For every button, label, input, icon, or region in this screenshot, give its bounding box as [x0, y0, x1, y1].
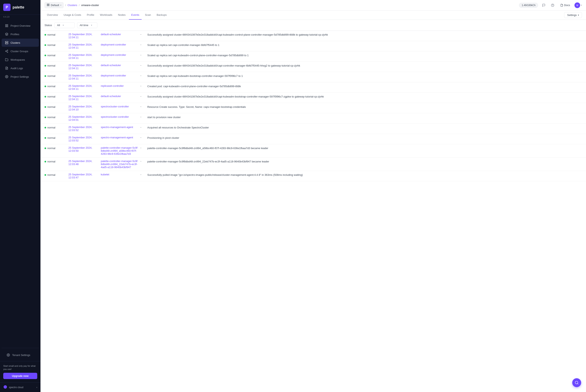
sidebar-item-project-settings[interactable]: Project Settings: [2, 72, 39, 81]
event-source[interactable]: palette-controller-manager-5c9f8dbd48-zn…: [99, 146, 140, 155]
sidebar-item-label: Profiles: [11, 33, 19, 36]
chat-fab[interactable]: [572, 378, 581, 387]
help-icon[interactable]: [549, 2, 556, 8]
event-message: Created pod: capi-kubeadm-control-plane-…: [146, 84, 582, 88]
event-date: 25 September 2024, 12:04:11: [67, 84, 99, 90]
event-row: normal 25 September 2024, 12:04:11 deplo…: [41, 41, 586, 52]
sidebar-item-profiles[interactable]: Profiles: [2, 30, 39, 38]
event-status-label: normal: [47, 85, 56, 88]
grid-icon: [5, 24, 9, 28]
workspace-label: Default: [51, 4, 59, 7]
status-dot: [45, 86, 46, 87]
file-text-icon: [5, 66, 9, 70]
sidebar-item-label: Cluster Groups: [11, 50, 28, 53]
events-container: normal 25 September 2024, 12:04:11 defau…: [41, 31, 586, 392]
event-source[interactable]: deployment-controller: [99, 54, 140, 56]
event-dash: -: [140, 43, 146, 46]
event-message: Successfully assigned cluster-66f4341087…: [146, 95, 582, 99]
logo-icon: P: [3, 4, 11, 11]
event-dash: -: [140, 33, 146, 36]
chat-icon[interactable]: [540, 2, 547, 8]
user-menu-chevron[interactable]: ▾: [581, 4, 582, 6]
event-status: normal: [45, 43, 67, 46]
event-source[interactable]: spectro-management-agent: [99, 136, 140, 139]
event-source[interactable]: default-scheduler: [99, 64, 140, 67]
event-source[interactable]: default-scheduler: [99, 95, 140, 98]
event-date: 25 September 2024, 12:04:10: [67, 105, 99, 111]
event-message: Resource Create success. Type: Secret, N…: [146, 105, 582, 109]
event-source[interactable]: spectro-management-agent: [99, 126, 140, 129]
status-dot: [45, 65, 46, 66]
event-row: normal 25 September 2024, 12:03:50 palet…: [41, 144, 586, 158]
tab-scan[interactable]: Scan: [143, 10, 153, 20]
sidebar-item-workspaces[interactable]: Workspaces: [2, 56, 39, 64]
event-message: Successfully pulled image "gcr.io/spectr…: [146, 173, 582, 177]
settings-chevron-icon: ▾: [578, 14, 579, 16]
event-source[interactable]: replicaset-controller: [99, 84, 140, 88]
event-message: Scaled up replica set capi-kubeadm-contr…: [146, 54, 582, 58]
folder-icon: [5, 58, 9, 62]
status-filter-select[interactable]: All ▾: [55, 22, 75, 28]
docs-label: Docs: [564, 4, 570, 7]
docs-button[interactable]: Docs: [558, 3, 572, 8]
tab-overview[interactable]: Overview: [45, 10, 60, 20]
svg-point-17: [8, 354, 9, 356]
sidebar-item-project-overview[interactable]: Project Overview: [2, 22, 39, 30]
sidebar-item-label: Clusters: [11, 41, 20, 44]
time-filter-select[interactable]: All time ▾: [77, 22, 97, 28]
tab-workloads[interactable]: Workloads: [98, 10, 115, 20]
event-status-label: normal: [47, 136, 56, 139]
event-dash: -: [140, 84, 146, 88]
event-status: normal: [45, 146, 67, 150]
sidebar-footer: spectro cloud ‹: [0, 382, 41, 392]
event-row: normal 25 September 2024, 12:04:11 repli…: [41, 82, 586, 93]
tab-profile[interactable]: Profile: [84, 10, 97, 20]
event-status-label: normal: [47, 160, 56, 163]
status-dot: [45, 116, 46, 118]
tab-nodes[interactable]: Nodes: [116, 10, 128, 20]
svg-rect-3: [7, 26, 8, 27]
event-row: normal 25 September 2024, 12:04:11 defau…: [41, 31, 586, 41]
event-source[interactable]: deployment-controller: [99, 43, 140, 46]
upgrade-button[interactable]: Upgrade now: [3, 373, 37, 379]
event-source[interactable]: default-scheduler: [99, 33, 140, 36]
sidebar-item-audit-logs[interactable]: Audit Logs: [2, 64, 39, 72]
event-dash: -: [140, 126, 146, 129]
tab-events[interactable]: Events: [129, 10, 142, 20]
tab-usage-costs[interactable]: Usage & Costs: [61, 10, 84, 20]
workspace-icon: [47, 4, 50, 7]
sidebar-item-tenant-settings[interactable]: Tenant Settings: [3, 351, 37, 359]
event-status: normal: [45, 74, 67, 78]
event-source[interactable]: spectrocluster-controller: [99, 105, 140, 108]
sidebar-logo: P palette: [0, 0, 41, 15]
event-status: normal: [45, 64, 67, 67]
breadcrumb-clusters[interactable]: Clusters: [68, 4, 77, 7]
status-dot: [45, 96, 46, 98]
time-filter-chevron-icon: ▾: [91, 24, 92, 26]
svg-rect-22: [48, 5, 49, 6]
workspace-selector[interactable]: Default ▾: [45, 2, 64, 8]
event-status: normal: [45, 54, 67, 57]
event-row: normal 25 September 2024, 12:04:11 deplo…: [41, 52, 586, 62]
event-source[interactable]: deployment-controller: [99, 74, 140, 77]
tab-backups[interactable]: Backups: [154, 10, 169, 20]
breadcrumb-separator-1: /: [65, 4, 66, 7]
topbar-left: Default ▾ / Clusters / vmware-cluster: [45, 2, 516, 8]
status-dot: [45, 34, 46, 36]
event-date: 25 September 2024, 12:03:52: [67, 126, 99, 132]
collapse-button[interactable]: ‹: [37, 386, 37, 389]
event-status: normal: [45, 105, 67, 108]
event-dash: -: [140, 95, 146, 98]
sidebar-item-clusters[interactable]: Clusters: [2, 39, 39, 47]
event-row: normal 25 September 2024, 12:03:47 kubel…: [41, 171, 586, 181]
event-message: Successfully assigned cluster-66f4341087…: [146, 64, 582, 68]
event-source[interactable]: kubelet: [99, 173, 140, 176]
event-source[interactable]: palette-controller-manager-5c9f8dbd48-zn…: [99, 160, 140, 169]
sidebar-item-cluster-groups[interactable]: Cluster Groups: [2, 47, 39, 55]
breadcrumb-cluster-name: vmware-cluster: [81, 4, 99, 7]
settings-button[interactable]: Settings ▾: [564, 12, 582, 18]
event-message: Provisioning in pivot cluster: [146, 136, 582, 140]
event-source[interactable]: spectrocluster-controller: [99, 115, 140, 118]
user-avatar[interactable]: U: [574, 2, 580, 8]
usage-pill: 1.49/100kCh: [519, 3, 538, 8]
